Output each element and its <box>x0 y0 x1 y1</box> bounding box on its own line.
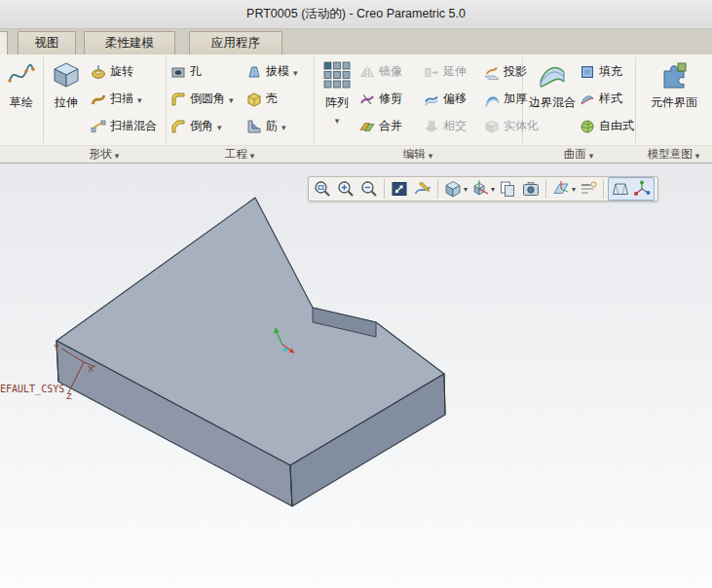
merge-button[interactable]: 合并 <box>359 113 402 139</box>
zoom-region-button[interactable] <box>312 178 333 200</box>
fill-button[interactable]: 填充 <box>580 58 622 85</box>
round-button[interactable]: 倒圆角 <box>170 86 234 112</box>
rib-label: 筋 <box>266 118 278 134</box>
group-label-surfaces[interactable]: 曲面 <box>522 146 635 163</box>
group-label-model-intent-text: 模型意图 <box>648 147 693 162</box>
axis-y-label: Y <box>54 342 60 352</box>
sketch-button[interactable]: 草绘 <box>1 57 42 111</box>
tab-applications[interactable]: 应用程序 <box>189 31 282 55</box>
dropdown-arrow-icon[interactable] <box>293 65 298 79</box>
pattern-button[interactable]: 阵列 <box>317 57 357 127</box>
zoom-out-button[interactable] <box>358 178 380 200</box>
boundary-blend-icon <box>538 60 567 92</box>
shell-icon <box>246 92 262 107</box>
dropdown-arrow-icon[interactable] <box>137 92 142 106</box>
refit-button[interactable] <box>389 178 410 200</box>
window-title: PRT0005 (活动的) - Creo Parametric 5.0 <box>246 6 466 22</box>
rib-button[interactable]: 筋 <box>246 113 286 139</box>
fill-label: 填充 <box>599 63 622 80</box>
swept-blend-label: 扫描混合 <box>110 118 157 134</box>
offset-label: 偏移 <box>443 91 467 107</box>
view-manager-button[interactable] <box>497 178 518 200</box>
trim-button[interactable]: 修剪 <box>359 86 402 112</box>
trim-icon <box>359 92 375 107</box>
offset-button[interactable]: 偏移 <box>424 86 467 112</box>
3d-model-canvas[interactable]: Y X Z <box>0 164 712 588</box>
dropdown-arrow-icon[interactable] <box>335 113 340 127</box>
csys-name-label[interactable]: EFAULT_CSYS <box>0 384 64 394</box>
group-label-model-intent[interactable]: 模型意图 <box>635 146 712 163</box>
dropdown-arrow-icon <box>115 149 120 161</box>
intersect-label: 相交 <box>443 118 467 134</box>
swept-blend-button[interactable]: 扫描混合 <box>91 113 157 139</box>
hole-icon <box>170 64 186 80</box>
hole-button[interactable]: 孔 <box>170 58 202 85</box>
boundary-blend-button[interactable]: 边界混合 <box>525 57 580 111</box>
intersect-button[interactable]: 相交 <box>424 113 467 139</box>
freestyle-button[interactable]: 自由式 <box>580 113 634 139</box>
spin-center-toggle-group <box>608 177 655 201</box>
thicken-button[interactable]: 加厚 <box>484 86 527 112</box>
title-bar: PRT0005 (活动的) - Creo Parametric 5.0 <box>0 0 712 29</box>
tab-model-partial[interactable] <box>0 31 8 55</box>
tab-view[interactable]: 视图 <box>18 31 76 55</box>
saved-orientations-button[interactable] <box>469 178 491 200</box>
sweep-button[interactable]: 扫描 <box>91 86 142 112</box>
project-button[interactable]: 投影 <box>484 58 527 85</box>
tab-view-label: 视图 <box>35 35 59 52</box>
mirror-label: 镜像 <box>379 63 402 80</box>
solidify-button[interactable]: 实体化 <box>484 113 539 139</box>
toolbar-separator <box>603 179 604 199</box>
extend-icon <box>424 64 439 80</box>
repaint-button[interactable] <box>412 178 433 200</box>
annotation-display-button[interactable] <box>578 178 599 200</box>
group-label-engineering[interactable]: 工程 <box>166 146 314 163</box>
fill-icon <box>580 64 595 80</box>
chamfer-icon <box>170 119 186 134</box>
extrude-button[interactable]: 拉伸 <box>45 57 88 111</box>
capture-image-button[interactable] <box>520 178 542 200</box>
thicken-icon <box>484 92 500 107</box>
graphics-toolbar: ▾ ▾ ▾ <box>308 176 658 202</box>
tab-applications-label: 应用程序 <box>211 35 260 52</box>
solidify-icon <box>484 119 500 134</box>
dropdown-arrow-icon[interactable]: ▾ <box>572 185 576 194</box>
sweep-label: 扫描 <box>110 91 133 107</box>
datum-display-button[interactable] <box>550 178 572 200</box>
project-icon <box>484 64 500 80</box>
axis-z-label: Z <box>66 390 72 401</box>
chamfer-button[interactable]: 倒角 <box>170 113 222 139</box>
shell-button[interactable]: 壳 <box>246 86 278 112</box>
offset-icon <box>424 92 439 107</box>
ribbon: 草绘 拉伸 旋转 扫描 扫描混合 孔 倒圆 <box>0 55 712 164</box>
tab-flexible-modeling[interactable]: 柔性建模 <box>84 31 175 55</box>
swept-blend-icon <box>91 119 106 134</box>
revolve-button[interactable]: 旋转 <box>91 58 133 85</box>
revolve-icon <box>91 64 106 80</box>
zoom-in-button[interactable] <box>335 178 356 200</box>
mirror-button[interactable]: 镜像 <box>359 58 402 85</box>
dropdown-arrow-icon[interactable]: ▾ <box>491 185 495 194</box>
dropdown-arrow-icon[interactable] <box>229 92 234 106</box>
pattern-icon <box>322 60 352 92</box>
tab-flexible-modeling-label: 柔性建模 <box>105 35 154 52</box>
group-label-shapes[interactable]: 形状 <box>43 146 166 163</box>
dropdown-arrow-icon[interactable]: ▾ <box>464 185 468 194</box>
draft-button[interactable]: 拔模 <box>246 58 298 85</box>
group-label-engineering-text: 工程 <box>225 147 247 162</box>
group-label-editing[interactable]: 编辑 <box>314 146 522 163</box>
dropdown-arrow-icon[interactable] <box>217 120 222 133</box>
group-separator <box>314 57 315 143</box>
component-interface-button[interactable]: 元件界面 <box>639 57 709 111</box>
extend-button[interactable]: 延伸 <box>424 58 467 85</box>
perspective-button[interactable] <box>610 178 631 200</box>
display-style-button[interactable] <box>442 178 464 200</box>
rib-icon <box>246 119 262 134</box>
extrude-label: 拉伸 <box>55 94 78 111</box>
graphics-area[interactable]: Y X Z EFAULT_CSYS <box>0 164 712 588</box>
spin-center-button[interactable] <box>631 178 653 200</box>
dropdown-arrow-icon[interactable] <box>281 120 286 133</box>
group-separator <box>43 57 44 143</box>
toolbar-separator <box>545 179 546 199</box>
style-button[interactable]: 样式 <box>580 86 622 112</box>
